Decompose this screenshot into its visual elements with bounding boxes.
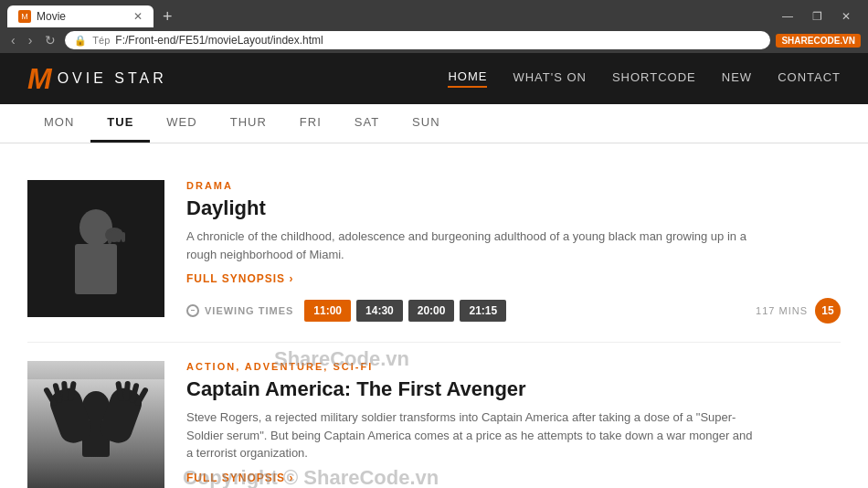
address-bar: ‹ › ↻ 🔒 Tép F:/Front-end/FE51/movieLayou… [0, 27, 868, 53]
day-tabs: MON TUE WED THUR FRI SAT SUN [0, 104, 868, 143]
svg-rect-7 [122, 232, 125, 242]
nav-item-new[interactable]: NEW [722, 70, 752, 87]
day-tab-wed[interactable]: WED [150, 104, 213, 143]
forward-button[interactable]: › [25, 31, 37, 49]
movie-poster-daylight [27, 180, 164, 317]
address-url: F:/Front-end/FE51/movieLayout/index.html [115, 34, 323, 47]
window-controls: — ❐ ✕ [773, 6, 861, 27]
reload-button[interactable]: ↻ [41, 31, 59, 49]
movie-listings: DRAMA Daylight A chronicle of the childh… [0, 143, 868, 488]
day-tab-sun[interactable]: SUN [396, 104, 456, 143]
movie-synopsis-daylight: A chronicle of the childhood, adolescenc… [186, 228, 753, 263]
viewing-label-daylight: VIEWING TIMES [186, 304, 293, 317]
movie-title-daylight: Daylight [186, 196, 841, 220]
browser-chrome: M Movie ✕ + — ❐ ✕ ‹ › ↻ 🔒 Tép F:/Front-e… [0, 0, 868, 53]
movie-poster-captain-america [27, 361, 164, 488]
minimize-button[interactable]: — [773, 6, 802, 27]
movie-card-daylight: DRAMA Daylight A chronicle of the childh… [27, 162, 841, 343]
svg-rect-5 [112, 229, 116, 242]
duration-badge-daylight: 117 MINS 15 [756, 298, 841, 324]
time-slot-1430[interactable]: 14:30 [356, 300, 403, 322]
tab-favicon: M [18, 10, 31, 23]
svg-rect-2 [75, 244, 117, 294]
nav-item-home[interactable]: HOME [448, 69, 487, 88]
close-button[interactable]: ✕ [831, 6, 861, 27]
address-field[interactable]: 🔒 Tép F:/Front-end/FE51/movieLayout/inde… [65, 31, 770, 49]
tab-bar: M Movie ✕ + — ❐ ✕ [0, 0, 868, 27]
lock-icon: 🔒 [74, 35, 87, 47]
full-synopsis-daylight[interactable]: FULL SYNOPSIS [186, 272, 841, 285]
svg-point-1 [79, 209, 112, 246]
day-tab-sat[interactable]: SAT [338, 104, 396, 143]
viewing-row-daylight: VIEWING TIMES 11:00 14:30 20:00 21:15 11… [186, 298, 841, 324]
movie-synopsis-captain-america: Steve Rogers, a rejected military soldie… [186, 408, 753, 462]
site-header: M OVIE STAR HOME WHAT'S ON SHORTCODE NEW… [0, 53, 868, 104]
silhouette-svg-1 [27, 180, 164, 317]
day-tab-thur[interactable]: THUR [214, 104, 283, 143]
new-tab-button[interactable]: + [157, 8, 178, 25]
time-slot-2115[interactable]: 21:15 [460, 300, 506, 322]
clock-hand [191, 310, 195, 311]
day-tab-tue[interactable]: TUE [90, 104, 150, 143]
time-slots-daylight: 11:00 14:30 20:00 21:15 [304, 300, 506, 322]
svg-rect-4 [108, 231, 111, 244]
time-slot-1100[interactable]: 11:00 [304, 300, 351, 322]
browser-tab[interactable]: M Movie ✕ [7, 5, 153, 27]
file-icon: Tép [92, 35, 110, 46]
poster-image-2 [27, 361, 164, 488]
time-slot-2000[interactable]: 20:00 [408, 300, 455, 322]
movie-genre-captain-america: ACTION, ADVENTURE, SCI-FI [186, 361, 841, 372]
movie-card-captain-america: ACTION, ADVENTURE, SCI-FI Captain Americ… [27, 343, 841, 488]
movie-info-daylight: DRAMA Daylight A chronicle of the childh… [186, 180, 841, 324]
sharecode-logo: SHARECODE.VN [776, 34, 861, 48]
movie-genre-daylight: DRAMA [186, 180, 841, 191]
silhouette-svg-2 [27, 379, 164, 488]
site-content: M OVIE STAR HOME WHAT'S ON SHORTCODE NEW… [0, 53, 868, 488]
back-button[interactable]: ‹ [7, 31, 19, 49]
nav-item-contact[interactable]: CONTACT [778, 70, 841, 87]
logo: M OVIE STAR [27, 64, 167, 93]
svg-rect-6 [117, 230, 121, 242]
maximize-button[interactable]: ❐ [802, 6, 831, 27]
movie-info-captain-america: ACTION, ADVENTURE, SCI-FI Captain Americ… [186, 361, 841, 488]
poster-image-1 [27, 180, 164, 317]
tab-close-button[interactable]: ✕ [133, 10, 143, 23]
main-nav: HOME WHAT'S ON SHORTCODE NEW CONTACT [448, 69, 841, 88]
tab-label: Movie [37, 10, 66, 23]
nav-item-shortcode[interactable]: SHORTCODE [612, 70, 696, 87]
logo-text: OVIE STAR [58, 70, 167, 87]
movie-title-captain-america: Captain America: The First Avenger [186, 377, 841, 401]
clock-icon [186, 304, 199, 317]
viewing-times-label: VIEWING TIMES [205, 305, 293, 316]
full-synopsis-captain-america[interactable]: FULL SYNOPSIS [186, 472, 841, 484]
logo-letter: M [27, 64, 52, 93]
day-tab-fri[interactable]: FRI [283, 104, 338, 143]
age-rating-daylight: 15 [815, 298, 841, 324]
duration-text-daylight: 117 MINS [756, 305, 808, 316]
day-tab-mon[interactable]: MON [27, 104, 90, 143]
nav-item-whats-on[interactable]: WHAT'S ON [513, 70, 587, 87]
